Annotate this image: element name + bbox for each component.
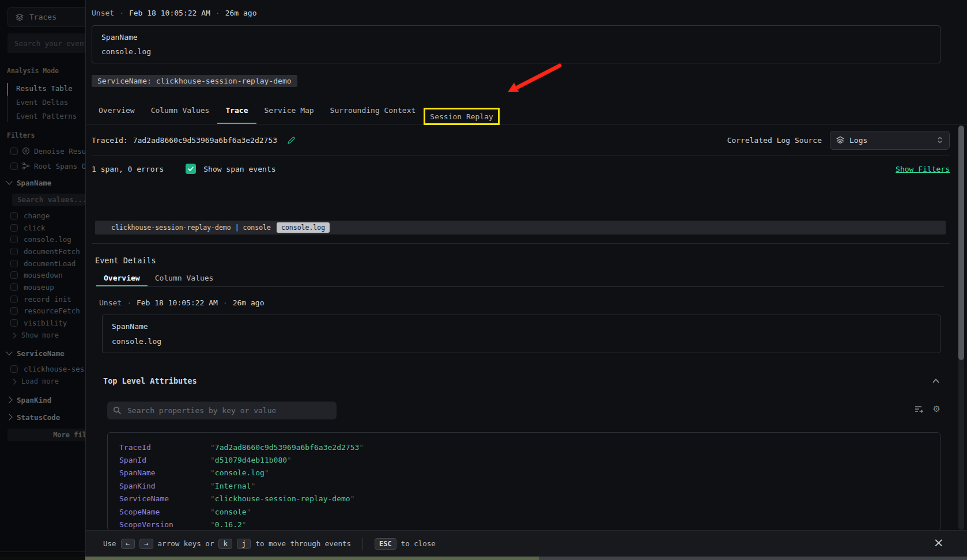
denoise-label: Denoise Results xyxy=(34,147,85,156)
timestamp: Feb 18 10:05:22 AM xyxy=(137,298,218,307)
list-item[interactable]: documentFetch xyxy=(10,245,85,258)
spankind-section-header[interactable]: SpanKind xyxy=(7,395,51,405)
table-row[interactable]: TraceId 7ad2ad8660c9d53969a6bf6a3e2d2753 xyxy=(119,441,940,453)
attributes-table: TraceId 7ad2ad8660c9d53969a6bf6a3e2d2753… xyxy=(107,432,940,531)
value-checkbox[interactable] xyxy=(10,307,18,315)
tab-event-column-values[interactable]: Column Values xyxy=(148,270,221,286)
root-spans-checkbox[interactable] xyxy=(10,162,18,170)
table-row[interactable]: ScopeVersion 0.16.2 xyxy=(119,518,940,531)
servicename-value-item[interactable]: clickhouse-sessi xyxy=(10,363,85,375)
value-checkbox[interactable] xyxy=(10,296,18,303)
list-item[interactable]: resourceFetch xyxy=(10,305,85,317)
value-checkbox[interactable] xyxy=(10,260,18,267)
mode-item-event-patterns[interactable]: Event Patterns xyxy=(16,109,85,123)
span-card-value: console.log xyxy=(101,47,931,56)
tab-column-values[interactable]: Column Values xyxy=(143,97,218,124)
value-checkbox[interactable] xyxy=(10,283,18,291)
top-level-attributes-header[interactable]: Top Level Attributes xyxy=(103,374,940,387)
table-row[interactable]: SpanName console.log xyxy=(119,467,940,479)
show-more-label: Show more xyxy=(21,331,59,339)
search-icon xyxy=(113,406,122,415)
value-checkbox[interactable] xyxy=(10,224,18,232)
table-row[interactable]: ScopeName console xyxy=(119,505,940,518)
k-key: k xyxy=(218,539,232,549)
log-source-select[interactable]: Logs xyxy=(830,131,950,150)
check-icon xyxy=(187,165,194,172)
list-item[interactable]: visibility xyxy=(10,317,85,329)
spanname-section-header[interactable]: SpanName xyxy=(7,177,51,188)
value-label: documentLoad xyxy=(24,259,75,268)
table-row[interactable]: ServiceName clickhouse-session-replay-de… xyxy=(119,493,940,505)
tab-session-replay[interactable]: Session Replay xyxy=(425,109,498,123)
footer-text: arrow keys or xyxy=(158,539,214,548)
show-span-events-checkbox[interactable] xyxy=(186,164,196,174)
scrollbar-thumb[interactable] xyxy=(958,126,964,360)
servicename-load-more[interactable]: Load more xyxy=(12,377,59,386)
denoise-checkbox[interactable] xyxy=(10,147,18,155)
list-item[interactable]: mousedown xyxy=(10,269,85,281)
span-card-label: SpanName xyxy=(101,33,931,41)
tab-event-overview[interactable]: Overview xyxy=(96,270,148,286)
edit-pencil-icon[interactable] xyxy=(287,136,296,145)
traces-nav-button[interactable]: Traces xyxy=(7,7,85,27)
table-row[interactable]: SpanId d51079d4eb11b080 xyxy=(119,453,940,466)
event-details-tabs: Overview Column Values xyxy=(96,270,944,287)
table-row[interactable]: SpanKind Internal xyxy=(119,479,940,492)
value-checkbox[interactable] xyxy=(10,236,18,243)
attr-value: 7ad2ad8660c9d53969a6bf6a3e2d2753 xyxy=(210,443,364,452)
value-checkbox[interactable] xyxy=(10,248,18,255)
tab-service-map[interactable]: Service Map xyxy=(256,97,322,124)
list-item[interactable]: mouseup xyxy=(10,281,85,293)
tab-trace[interactable]: Trace xyxy=(217,97,256,124)
load-more-label: Load more xyxy=(21,377,59,385)
attr-value: d51079d4eb11b080 xyxy=(210,456,292,464)
value-checkbox[interactable] xyxy=(10,212,18,220)
gear-icon[interactable]: ⚙ xyxy=(933,404,940,414)
show-filters-link[interactable]: Show Filters xyxy=(896,165,950,173)
statuscode-section-label: StatusCode xyxy=(17,413,60,422)
list-item[interactable]: change xyxy=(10,210,85,222)
tab-overview[interactable]: Overview xyxy=(90,97,143,124)
chevron-up-icon[interactable] xyxy=(931,377,940,384)
servicename-section-header[interactable]: ServiceName xyxy=(7,348,65,358)
waterfall-span-label: clickhouse-session-replay-demo | console xyxy=(111,224,271,232)
correlated-log-source-group: Correlated Log Source Logs xyxy=(727,131,950,150)
tab-surrounding-context[interactable]: Surrounding Context xyxy=(322,97,424,124)
attr-value: console xyxy=(210,508,251,516)
sidebar-search-input[interactable] xyxy=(7,33,85,53)
spanname-show-more[interactable]: Show more xyxy=(12,331,59,340)
list-item[interactable]: record init xyxy=(10,293,85,305)
trace-waterfall-row[interactable]: clickhouse-session-replay-demo | console… xyxy=(95,221,946,234)
value-label: click xyxy=(24,224,46,232)
value-label: record init xyxy=(24,295,71,304)
panel-scrollbar[interactable] xyxy=(958,126,964,530)
denoise-results-toggle[interactable]: Denoise Results xyxy=(10,145,85,157)
select-chevrons-icon xyxy=(936,136,943,144)
service-name-badge[interactable]: ServiceName: clickhouse-session-replay-d… xyxy=(92,75,297,87)
sort-lines-icon[interactable] xyxy=(914,404,924,414)
list-item[interactable]: console.log xyxy=(10,233,85,245)
value-checkbox[interactable] xyxy=(10,365,18,373)
event-details-title: Event Details xyxy=(95,256,156,265)
mode-item-results-table[interactable]: Results Table xyxy=(16,82,85,96)
list-item[interactable]: click xyxy=(10,222,85,234)
more-filters-button[interactable]: More filters xyxy=(7,429,85,441)
attr-key: SpanName xyxy=(119,468,210,477)
chevron-down-icon xyxy=(6,349,12,355)
right-arrow-key: → xyxy=(139,539,153,549)
show-span-events-label[interactable]: Show span events xyxy=(203,165,275,173)
mode-item-event-deltas[interactable]: Event Deltas xyxy=(16,96,85,109)
root-spans-toggle[interactable]: Root Spans Only xyxy=(10,160,85,172)
properties-search-input[interactable] xyxy=(126,406,331,415)
value-checkbox[interactable] xyxy=(10,271,18,279)
close-icon[interactable]: × xyxy=(934,535,944,550)
waterfall-selected-span-chip[interactable]: console.log xyxy=(277,222,330,233)
spanname-values-search-input[interactable] xyxy=(12,194,85,206)
left-arrow-key: ← xyxy=(121,539,135,549)
span-name-card: SpanName console.log xyxy=(102,315,940,353)
mode-active-indicator xyxy=(7,83,8,96)
root-spans-label: Root Spans Only xyxy=(34,162,85,171)
list-item[interactable]: documentLoad xyxy=(10,258,85,270)
statuscode-section-header[interactable]: StatusCode xyxy=(7,412,60,422)
value-checkbox[interactable] xyxy=(10,319,18,327)
